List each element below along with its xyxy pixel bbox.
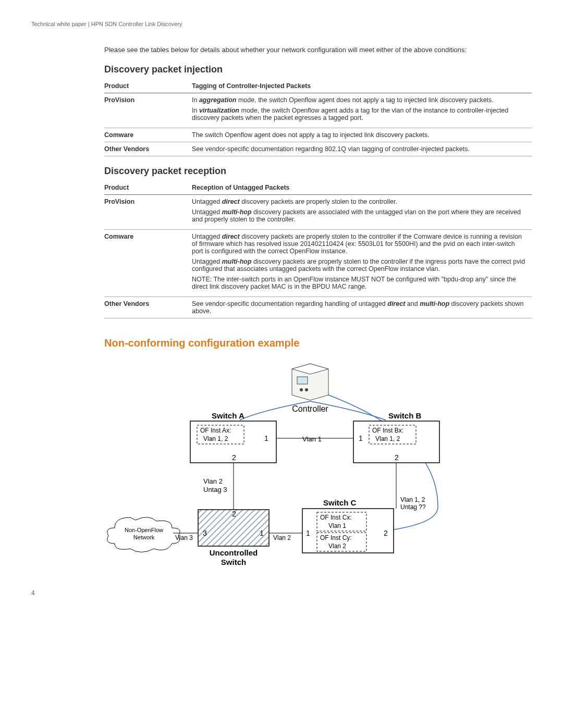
ofcx2-label: Vlan 1 [328, 522, 346, 529]
table-row: Other VendorsSee vendor-specific documen… [104, 297, 532, 318]
table2-col2: Reception of Untagged Packets [192, 181, 532, 195]
svg-point-2 [300, 388, 303, 391]
controller-icon [292, 364, 328, 400]
switch-a-label: Switch A [212, 411, 244, 420]
switch-c-port2: 2 [384, 529, 388, 537]
switch-a-port1: 1 [264, 434, 268, 442]
table-row: ProVisionUntagged direct discovery packe… [104, 195, 532, 230]
ofcx-label: OF Inst Cx: [320, 514, 352, 521]
ofax-label: OF Inst Ax: [200, 427, 231, 434]
nonof2: Network [133, 534, 155, 540]
uc-port3: 3 [203, 529, 207, 537]
doc-header: Technical white paper | HPN SDN Controll… [31, 21, 532, 27]
table-row: ComwareThe switch Openflow agent does no… [104, 128, 532, 142]
details-cell: In aggregation mode, the switch Openflow… [192, 93, 532, 128]
vlan2untag3-2: Untag 3 [203, 486, 227, 493]
section1-heading: Discovery packet injection [104, 64, 532, 75]
table-reception: Product Reception of Untagged Packets Pr… [104, 181, 532, 318]
vlan1-label: Vlan 1 [302, 435, 322, 443]
switch-b-port2: 2 [395, 453, 399, 462]
ofcy-label: OF Inst Cy: [320, 534, 352, 541]
uc-port2: 2 [232, 510, 236, 518]
vlan12untag-2: Untag ?? [400, 503, 426, 511]
table2-col1: Product [104, 181, 192, 195]
product-cell: Comware [104, 128, 192, 142]
svg-point-3 [305, 388, 308, 391]
vlan12untag-1: Vlan 1, 2 [400, 496, 425, 503]
switch-b-label: Switch B [388, 411, 422, 420]
product-cell: ProVision [104, 195, 192, 230]
details-cell: See vendor-specific documentation regard… [192, 297, 532, 318]
table1-col2: Tagging of Controller-Injected Packets [192, 79, 532, 93]
product-cell: Other Vendors [104, 142, 192, 156]
switch-c-port1: 1 [306, 529, 310, 537]
uc-port1: 1 [260, 529, 264, 537]
table-row: ProVisionIn aggregation mode, the switch… [104, 93, 532, 128]
product-cell: Other Vendors [104, 297, 192, 318]
controller-label: Controller [292, 404, 328, 413]
details-cell: The switch Openflow agent does not apply… [192, 128, 532, 142]
network-diagram: Controller Switch A OF Inst Ax: Vlan 1, … [104, 359, 532, 589]
switch-b-port1: 1 [359, 434, 363, 442]
ofax2-label: Vlan 1, 2 [203, 435, 228, 442]
page-number: 4 [31, 589, 35, 597]
ofbx2-label: Vlan 1, 2 [375, 435, 400, 442]
intro-text: Please see the tables below for details … [104, 46, 532, 54]
vlan2untag3-1: Vlan 2 [203, 477, 223, 485]
nonof1: Non-OpenFlow [125, 527, 163, 533]
section2-heading: Discovery packet reception [104, 166, 532, 177]
ofbx-label: OF Inst Bx: [372, 427, 403, 434]
ofcy2-label: Vlan 2 [328, 542, 346, 550]
table-row: ComwareUntagged direct discovery packets… [104, 230, 532, 297]
svg-rect-1 [297, 377, 308, 384]
uncontrolled-label1: Uncontrolled [210, 548, 258, 557]
table1-col1: Product [104, 79, 192, 93]
details-cell: Untagged direct discovery packets are pr… [192, 230, 532, 297]
table-row: Other VendorsSee vendor-specific documen… [104, 142, 532, 156]
nonconforming-heading: Non-conforming configuration example [104, 337, 532, 349]
vlan2-label: Vlan 2 [273, 534, 291, 541]
details-cell: See vendor-specific documentation regard… [192, 142, 532, 156]
vlan3-label: Vlan 3 [175, 534, 193, 541]
table-injection: Product Tagging of Controller-Injected P… [104, 79, 532, 156]
product-cell: ProVision [104, 93, 192, 128]
details-cell: Untagged direct discovery packets are pr… [192, 195, 532, 230]
switch-c-label: Switch C [323, 498, 357, 507]
switch-a-port2: 2 [232, 453, 236, 462]
uncontrolled-label2: Switch [221, 558, 246, 566]
product-cell: Comware [104, 230, 192, 297]
